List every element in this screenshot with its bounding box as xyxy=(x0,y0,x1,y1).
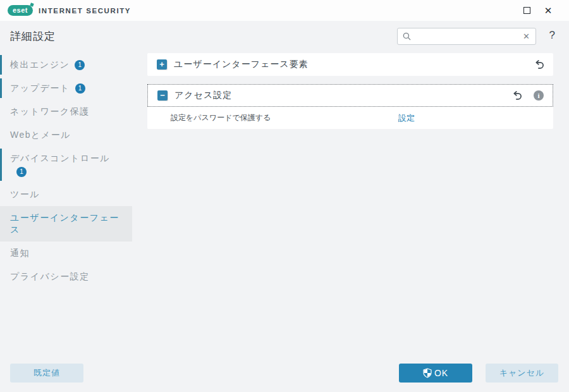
attention-badge: 1 xyxy=(16,167,27,177)
sidebar-item-detection-engine[interactable]: 検出エンジン1 xyxy=(0,53,132,77)
sidebar-item-label: アップデート xyxy=(10,83,70,93)
product-name: INTERNET SECURITY xyxy=(39,7,131,15)
section-header[interactable]: + ユーザーインターフェース要素 xyxy=(147,53,553,76)
sidebar-item-label: 通知 xyxy=(10,248,30,258)
section-title: ユーザーインターフェース要素 xyxy=(174,59,534,70)
section-user-interface-elements: + ユーザーインターフェース要素 xyxy=(147,53,553,76)
eset-advanced-settings-window: eset INTERNET SECURITY ✕ 詳細設定 ✕ ? 検出エンジン… xyxy=(0,0,569,392)
header: 詳細設定 ✕ ? xyxy=(0,21,569,53)
search-clear-icon[interactable]: ✕ xyxy=(522,32,531,41)
expand-icon[interactable]: + xyxy=(157,59,167,70)
search-box[interactable]: ✕ xyxy=(397,28,536,45)
sidebar-item-label: ユーザーインターフェース xyxy=(10,212,119,235)
section-header[interactable]: − アクセス設定 i xyxy=(147,84,553,107)
sidebar-item-device-control[interactable]: デバイスコントロール1 xyxy=(0,147,132,183)
maximize-button[interactable] xyxy=(516,0,537,21)
sidebar-item-notifications[interactable]: 通知 xyxy=(0,242,132,265)
password-protect-row: 設定をパスワードで保護する 設定 xyxy=(147,107,553,129)
search-icon xyxy=(402,32,412,41)
section-title: アクセス設定 xyxy=(174,90,511,101)
collapse-icon[interactable]: − xyxy=(157,90,168,101)
search-input[interactable] xyxy=(412,32,522,41)
help-button[interactable]: ? xyxy=(549,29,555,42)
sidebar: 検出エンジン1 アップデート1 ネットワーク保護 Webとメール デバイスコント… xyxy=(0,53,132,354)
settings-content: + ユーザーインターフェース要素 − アクセス設定 xyxy=(147,53,553,137)
maximize-icon xyxy=(523,7,530,14)
sidebar-item-update[interactable]: アップデート1 xyxy=(0,77,132,100)
sidebar-item-privacy-settings[interactable]: プライバシー設定 xyxy=(0,265,132,288)
sidebar-item-label: デバイスコントロール xyxy=(10,153,110,163)
sidebar-item-tools[interactable]: ツール xyxy=(0,183,132,206)
uac-shield-icon xyxy=(423,368,432,378)
section-access-setup: − アクセス設定 i 設定をパスワードで保護する 設定 xyxy=(147,84,553,129)
setup-link[interactable]: 設定 xyxy=(398,113,415,124)
sidebar-item-label: ネットワーク保護 xyxy=(10,106,90,116)
sidebar-item-label: Webとメール xyxy=(10,130,71,140)
sidebar-item-web-and-email[interactable]: Webとメール xyxy=(0,123,132,147)
sidebar-item-label: ツール xyxy=(10,189,40,199)
ok-button-label: OK xyxy=(434,368,448,378)
revert-icon[interactable] xyxy=(511,90,522,101)
page-title: 詳細設定 xyxy=(10,29,56,44)
footer: 既定値 OK キャンセル xyxy=(0,364,569,383)
attention-badge: 1 xyxy=(75,83,85,94)
sidebar-item-label: 検出エンジン xyxy=(10,59,70,70)
sidebar-item-label: プライバシー設定 xyxy=(10,271,90,281)
defaults-button[interactable]: 既定値 xyxy=(10,364,83,383)
eset-logo: eset xyxy=(8,5,33,16)
cancel-button[interactable]: キャンセル xyxy=(486,364,558,383)
attention-badge: 1 xyxy=(75,60,85,70)
info-icon[interactable]: i xyxy=(534,90,544,101)
close-icon: ✕ xyxy=(544,6,553,15)
revert-icon[interactable] xyxy=(534,59,544,70)
sidebar-item-network-protection[interactable]: ネットワーク保護 xyxy=(0,100,132,123)
titlebar: eset INTERNET SECURITY ✕ xyxy=(0,0,569,21)
ok-button[interactable]: OK xyxy=(399,364,472,383)
sidebar-item-user-interface[interactable]: ユーザーインターフェース xyxy=(0,206,132,242)
close-button[interactable]: ✕ xyxy=(537,0,559,21)
setting-label: 設定をパスワードで保護する xyxy=(171,113,398,123)
